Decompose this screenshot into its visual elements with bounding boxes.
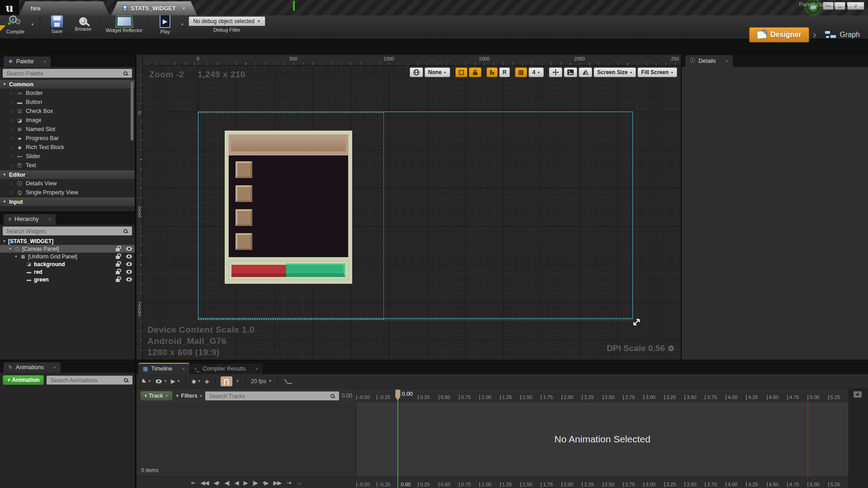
search-input[interactable] [5,70,123,77]
designer-mode-button[interactable]: Designer [749,27,809,42]
tab-compiler-results[interactable]: ›_ Compiler Results × [190,364,263,374]
track-search[interactable] [205,391,339,400]
preview-background-dropdown[interactable]: None▼ [425,67,450,77]
hierarchy-root-row[interactable]: ▼ [STATS_WIDGET] [0,237,135,245]
localization-preview-button[interactable] [410,67,423,77]
favorite-star-icon[interactable]: ☆ [9,136,14,141]
save-button[interactable]: Save [46,15,68,34]
tab-animations[interactable]: ✎ Animations × [4,362,61,373]
sequencer-settings-button[interactable]: ▼ [140,378,151,385]
visibility-eye-icon[interactable] [126,262,132,266]
timeline-options-icon[interactable] [854,391,862,398]
close-icon[interactable]: × [53,365,56,370]
play-button[interactable]: ▶ Play [154,14,176,34]
timeline-lanes[interactable]: No Animation Selected [356,402,849,476]
favorite-star-icon[interactable]: ☆ [9,145,14,150]
transport-button[interactable]: ⇥ [286,479,291,486]
transport-button[interactable]: ▶▶ [273,479,281,486]
visibility-eye-icon[interactable] [126,254,132,258]
favorite-star-icon[interactable]: ☆ [9,163,14,169]
palette-item[interactable]: ▼ ☆ Editor [0,170,135,179]
palette-item[interactable]: ▼ ☆ Common [0,80,135,89]
transport-button[interactable]: ◀◀ [201,479,209,486]
keyframe-options-button[interactable]: ◆▼ [192,378,201,385]
graph-mode-button[interactable]: Graph [820,28,864,42]
favorite-star-icon[interactable]: ☆ [9,99,14,105]
transport-button[interactable]: ◀• [214,479,220,486]
compile-button[interactable]: ⚙⚙✔ Compile [5,14,26,34]
curve-editor-button[interactable] [283,378,292,385]
hierarchy-row[interactable]: ▼ ▢ [Canvas Panel] [0,245,135,253]
palette-item[interactable]: ▼ ☆ ⓘ Details View [0,179,135,188]
search-input[interactable] [5,228,123,235]
screen-size-dropdown[interactable]: Screen Size▼ [594,67,636,77]
palette-item[interactable]: ▼ ☆ Q Single Property View [0,188,135,197]
close-icon[interactable]: × [255,366,258,371]
favorite-star-icon[interactable]: ☆ [9,190,14,196]
close-icon[interactable]: × [725,58,728,64]
browse-button[interactable]: Browse [72,17,94,32]
close-icon[interactable]: × [182,366,184,371]
visibility-eye-icon[interactable] [126,277,132,282]
transport-button[interactable]: → [296,479,301,486]
hierarchy-row[interactable]: ▼ ▬ green [0,276,135,283]
lock-icon[interactable] [116,271,120,274]
green-progress-bar[interactable] [286,263,345,277]
fps-dropdown[interactable]: 20 fps▼ [251,378,272,385]
add-track-button[interactable]: + Track▼ [140,391,173,401]
debug-object-dropdown[interactable]: No debug object selected ▼ [189,16,265,26]
red-progress-bar[interactable] [231,265,286,277]
palette-item[interactable]: ▼ ☆ Input [0,197,135,206]
hierarchy-search[interactable] [3,226,132,235]
visibility-eye-icon[interactable] [126,270,132,274]
transport-button[interactable]: ◀ [235,479,239,486]
dpi-settings-gear-icon[interactable]: ⚙ [668,344,675,353]
expand-arrow-icon[interactable]: ▼ [3,200,6,204]
fill-screen-dropdown[interactable]: Fill Screen▼ [637,67,677,77]
play-options-caret[interactable]: ▼ [180,23,184,27]
palette-item[interactable]: ▼ ☆ Ⓣ Text [0,161,135,170]
animations-search[interactable] [47,375,132,385]
hierarchy-row[interactable]: ▼ ▬ red [0,268,135,276]
dashed-outline-toggle[interactable] [455,67,467,77]
flip-preview-button[interactable] [579,67,592,77]
add-animation-button[interactable]: + Animation [3,375,44,385]
widget-reflector-button[interactable]: Widget Reflector [106,16,142,33]
time-ruler[interactable]: -0.50-0.250.250.500.751.001.251.501.752.… [356,389,849,402]
lock-icon[interactable] [116,256,120,259]
grid-snap-size-dropdown[interactable]: 4▼ [528,67,544,77]
ruler-horizontal[interactable]: 0500100015002000250 [143,55,681,66]
palette-item[interactable]: ▼ ☆ ▰ Progress Bar [0,134,135,143]
hierarchy-row[interactable]: ▼ ◪ background [0,260,135,268]
playback-end-marker[interactable] [807,401,808,477]
grid-snap-toggle[interactable] [515,67,527,77]
asset-tab-stats-widget[interactable]: STATS_WIDGET × [111,1,197,15]
favorite-star-icon[interactable]: ☆ [9,154,14,160]
close-icon[interactable]: × [43,59,46,64]
favorite-star-icon[interactable]: ☆ [9,127,14,132]
playhead-line[interactable] [397,389,398,488]
lock-icon[interactable] [116,279,120,282]
expand-arrow-icon[interactable]: ▼ [14,255,18,258]
favorite-star-icon[interactable]: ☆ [9,108,14,114]
palette-item[interactable]: ▼ ☆ ◪ Image [0,116,135,125]
search-input[interactable] [49,377,124,384]
palette-item[interactable]: ▼ ☆ ▭ Border [0,89,135,98]
favorite-star-icon[interactable]: ☆ [9,90,14,96]
expand-arrow-icon[interactable]: ▼ [3,173,6,177]
view-options-button[interactable]: ▼ [155,379,167,384]
transport-button[interactable]: ▶ [244,479,248,486]
auto-key-button[interactable]: ◈ [205,378,209,385]
palette-search[interactable] [3,69,132,78]
tab-palette[interactable]: ❖ Palette × [4,56,51,67]
palette-item[interactable]: ▼ ☆ ▬ Button [0,98,135,107]
snap-options-caret[interactable]: ▼ [236,379,240,383]
tab-timeline[interactable]: ▦ Timeline × [138,363,189,374]
transport-button[interactable]: |▶ [253,479,258,486]
preview-image-button[interactable] [564,67,577,77]
palette-item[interactable]: ▼ ☆ ☑ Check Box [0,107,135,116]
asset-tab-hire[interactable]: hire [19,1,109,15]
lock-icon[interactable] [116,263,120,267]
scrollbar[interactable] [131,82,133,141]
close-icon[interactable]: × [48,216,51,222]
